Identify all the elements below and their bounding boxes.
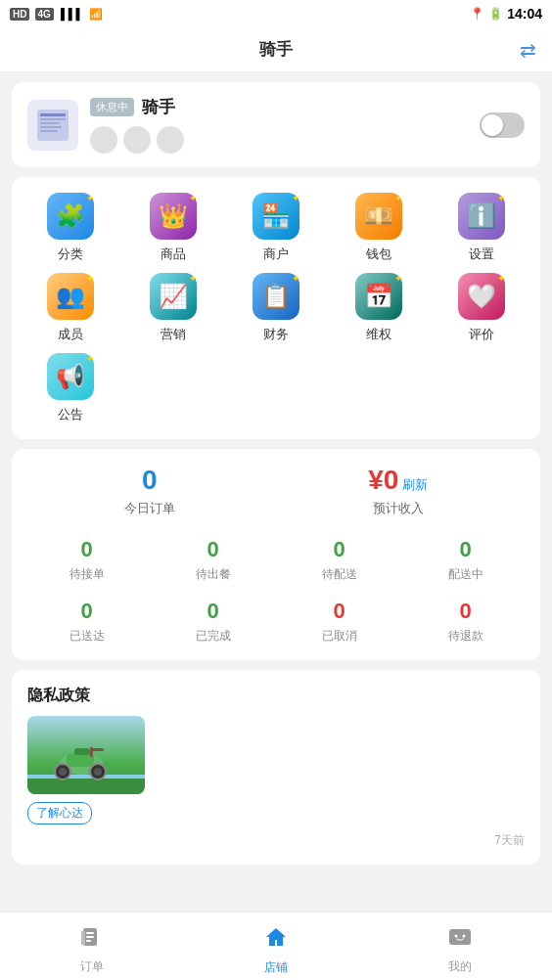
stats-num-peisongzhong: 0 [406, 537, 525, 562]
sparkle-chengyuan: ✦ [86, 273, 94, 284]
menu-icon-caiwu: 📋 ✦ [253, 273, 299, 320]
svg-rect-4 [40, 126, 62, 128]
sparkle-shangpin: ✦ [189, 193, 197, 203]
refresh-button[interactable]: 刷新 [402, 476, 428, 494]
rider-dots [90, 126, 468, 154]
nav-item-orders[interactable]: 订单 [0, 917, 184, 975]
signal-bars: ▌▌▌ [61, 8, 83, 20]
nav-item-store[interactable]: 店铺 [184, 916, 368, 976]
svg-rect-2 [40, 118, 66, 120]
menu-label-chengyuan: 成员 [58, 326, 83, 343]
svg-point-12 [94, 768, 102, 776]
stats-item-yiwancheng: 0 已完成 [154, 599, 272, 645]
nav-icon-orders [79, 925, 105, 955]
menu-item-shezhi[interactable]: ℹ️ ✦ 设置 [430, 193, 532, 263]
rider-avatar [27, 100, 78, 151]
hd-badge: HD [10, 8, 29, 21]
today-orders-label: 今日订单 [124, 500, 175, 517]
today-orders-value: 0 [124, 465, 175, 496]
nav-item-mine[interactable]: 我的 [368, 917, 552, 975]
menu-label-shanghhu: 商户 [263, 245, 289, 263]
svg-rect-3 [40, 122, 60, 124]
menu-item-weiquan[interactable]: 📅 ✦ 维权 [327, 273, 430, 343]
status-time: 14:04 [507, 6, 542, 22]
stats-num-daipeisong: 0 [280, 537, 398, 562]
menu-label-pingjia: 评价 [469, 326, 494, 343]
menu-label-shangpin: 商品 [161, 245, 186, 263]
nav-label-store: 店铺 [264, 959, 288, 976]
estimated-income-value: ¥0 [368, 465, 398, 496]
menu-item-caiwu[interactable]: 📋 ✦ 财务 [225, 273, 328, 343]
sparkle-qianbao: ✦ [394, 193, 402, 203]
switch-mode-button[interactable]: ⇄ [520, 38, 536, 62]
bottom-nav: 订单 店铺 我的 [0, 912, 552, 980]
menu-label-shezhi: 设置 [469, 245, 494, 263]
rider-status-badge: 休息中 [90, 98, 134, 116]
nav-icon-mine [447, 925, 473, 955]
menu-icon-pingjia: 🤍 ✦ [458, 273, 505, 320]
stats-num-daijiedan: 0 [27, 537, 146, 562]
today-orders-stat: 0 今日订单 [124, 465, 175, 517]
estimated-income-label: 预计收入 [368, 500, 428, 517]
estimated-income-row: ¥0 刷新 [368, 465, 428, 496]
menu-item-gonggao[interactable]: 📢 ✦ 公告 [20, 353, 122, 423]
menu-item-qianbao[interactable]: 💴 ✦ 钱包 [327, 193, 430, 263]
svg-rect-7 [67, 753, 94, 767]
svg-rect-19 [81, 931, 85, 945]
estimated-income-stat: ¥0 刷新 预计收入 [368, 465, 428, 517]
stats-grid: 0 待接单 0 待出餐 0 待配送 0 配送中 0 已送达 0 已完成 0 已取… [27, 537, 525, 645]
stats-num-yisongda: 0 [27, 599, 146, 624]
battery-icon: 🔋 [488, 7, 503, 21]
stats-label-peisongzhong: 配送中 [406, 566, 525, 583]
nav-icon-store [262, 924, 290, 956]
svg-rect-5 [40, 130, 58, 132]
menu-item-shangpin[interactable]: 👑 ✦ 商品 [122, 193, 225, 263]
stats-item-yiquxiao: 0 已取消 [280, 599, 398, 645]
menu-section: 🧩 ✦ 分类 👑 ✦ 商品 🏪 ✦ 商户 💴 ✦ 钱包 ℹ️ ✦ 设置 👥 ✦ [12, 177, 540, 439]
menu-icon-shanghhu: 🏪 ✦ [253, 193, 299, 240]
rider-top-row: 休息中 骑手 [90, 96, 468, 118]
menu-icon-shezhi: ℹ️ ✦ [458, 193, 505, 240]
menu-item-yingxiao[interactable]: 📈 ✦ 营销 [122, 273, 225, 343]
menu-item-fenlei[interactable]: 🧩 ✦ 分类 [20, 193, 122, 263]
menu-item-shanghhu[interactable]: 🏪 ✦ 商户 [225, 193, 328, 263]
menu-item-pingjia[interactable]: 🤍 ✦ 评价 [430, 273, 532, 343]
stats-num-yiwancheng: 0 [154, 599, 272, 624]
svg-rect-8 [74, 748, 90, 755]
menu-icon-yingxiao: 📈 ✦ [150, 273, 197, 320]
svg-rect-18 [86, 940, 91, 942]
news-section: 隐私政策 了解心达 7天前 [12, 670, 540, 865]
sparkle-yingxiao: ✦ [189, 273, 197, 284]
wifi-icon: 📶 [89, 8, 103, 20]
stats-item-daipeisong: 0 待配送 [280, 537, 398, 583]
stats-num-daituikuan: 0 [406, 599, 525, 624]
rider-dot-3 [157, 126, 184, 154]
sparkle-shanghhu: ✦ [292, 193, 299, 203]
nav-label-mine: 我的 [448, 958, 472, 975]
menu-label-fenlei: 分类 [58, 245, 83, 263]
svg-rect-14 [90, 747, 93, 757]
rider-info: 休息中 骑手 [90, 96, 468, 154]
stats-item-daijiedan: 0 待接单 [27, 537, 146, 583]
stats-label-yiquxiao: 已取消 [280, 628, 398, 645]
stats-label-yisongda: 已送达 [27, 628, 146, 645]
menu-icon-chengyuan: 👥 ✦ [47, 273, 94, 320]
learn-more-button[interactable]: 了解心达 [27, 802, 92, 824]
svg-rect-1 [40, 113, 66, 116]
stats-top-row: 0 今日订单 ¥0 刷新 预计收入 [27, 465, 525, 517]
stats-item-peisongzhong: 0 配送中 [406, 537, 525, 583]
menu-label-weiquan: 维权 [366, 326, 391, 343]
stats-section: 0 今日订单 ¥0 刷新 预计收入 0 待接单 0 待出餐 0 待配送 0 配送… [12, 449, 540, 660]
svg-point-10 [59, 768, 67, 776]
sparkle-shezhi: ✦ [497, 193, 505, 203]
news-image [27, 716, 145, 794]
stats-item-daituikuan: 0 待退款 [406, 599, 525, 645]
rider-toggle[interactable] [480, 112, 525, 138]
menu-item-chengyuan[interactable]: 👥 ✦ 成员 [20, 273, 122, 343]
rider-card: 休息中 骑手 [12, 82, 540, 167]
menu-icon-shangpin: 👑 ✦ [150, 193, 197, 240]
menu-label-gonggao: 公告 [58, 406, 83, 423]
status-bar: HD 4G ▌▌▌ 📶 📍 🔋 14:04 [0, 0, 552, 27]
top-nav: 骑手 ⇄ [0, 27, 552, 72]
stats-label-yiwancheng: 已完成 [154, 628, 272, 645]
